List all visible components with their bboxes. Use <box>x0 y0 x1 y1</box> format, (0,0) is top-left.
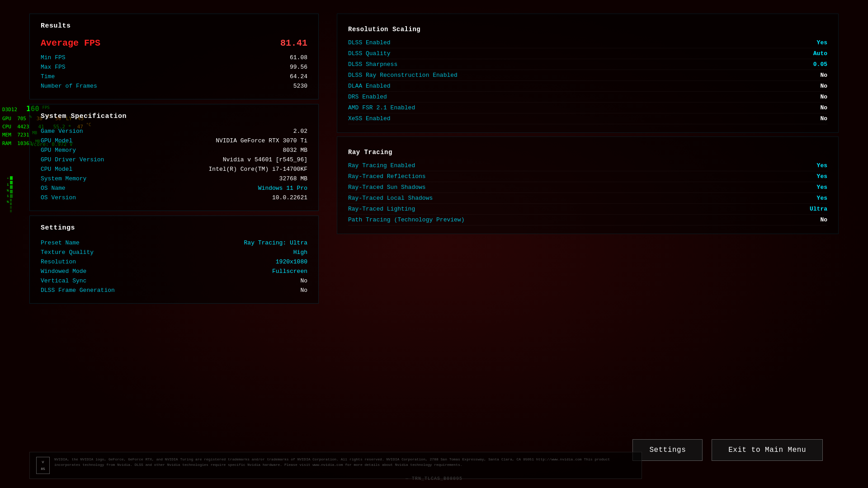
texture-label: Texture Quality <box>41 249 94 256</box>
rt-enabled-label: Ray Tracing Enabled <box>348 162 415 169</box>
xess-value: No <box>820 115 827 122</box>
resolution-value: 868x488 <box>276 258 307 265</box>
gpu-driver-label: GPU Driver Version <box>41 156 104 163</box>
os-version-value: 10.0.22621 <box>272 194 307 201</box>
sys-memory-value: 32768 MB <box>279 175 307 182</box>
dlss-rr-row: DLSS Ray Reconstruction Enabled No <box>348 70 827 81</box>
num-frames-label: Number of Frames <box>41 83 97 89</box>
vsync-label: Vertical Sync <box>41 277 86 284</box>
os-name-row: OS Name Windows 11 Pro <box>41 183 307 193</box>
bar-seg <box>10 194 13 198</box>
amd-fsr-row: AMD FSR 2.1 Enabled No <box>348 103 827 113</box>
bar-seg <box>10 181 13 184</box>
hud-ram-label: RAM <box>2 140 11 146</box>
rt-lighting-value: Ultra <box>810 206 827 212</box>
min-fps-label: Min FPS <box>41 54 66 61</box>
drs-row: DRS Enabled No <box>348 92 827 103</box>
watermark-text: — TRN_TLCAS_B08095 <box>406 476 462 481</box>
amd-fsr-value: No <box>820 104 827 111</box>
dlss-enabled-value: Yes <box>817 39 827 46</box>
dlaa-value: No <box>820 83 827 89</box>
dlss-fg-value: No <box>300 287 307 294</box>
path-tracing-value: No <box>820 216 827 223</box>
drs-label: DRS Enabled <box>348 94 387 100</box>
avg-fps-row: Average FPS 81.41 <box>41 36 307 50</box>
dlss-quality-value: Auto <box>813 50 827 57</box>
time-row: Time 64.24 <box>41 72 307 81</box>
os-version-row: OS Version 10.0.22621 <box>41 193 307 202</box>
sys-memory-label: System Memory <box>41 175 86 182</box>
results-title: Results <box>41 22 307 30</box>
hud-mem-val: 7231 <box>17 132 29 138</box>
bar-seg <box>10 202 12 205</box>
rt-sun-value: Yes <box>817 184 827 191</box>
time-label: Time <box>41 73 55 80</box>
gpu-memory-value: 8032 MB <box>283 147 307 154</box>
gpu-driver-value: Nvidia v 54601 [r545_96] <box>223 156 307 163</box>
max-fps-label: Max FPS <box>41 64 66 70</box>
game-version-row: Game Version 2.02 <box>41 127 307 136</box>
os-version-label: OS Version <box>41 194 76 201</box>
preset-row: Preset Name Ray Tracing: Ultra <box>41 238 307 248</box>
results-section: Results Average FPS 81.41 Min FPS 61.08 … <box>29 14 319 99</box>
bar-seg <box>10 206 12 209</box>
rt-reflections-label: Ray-Traced Reflections <box>348 173 426 180</box>
dlss-enabled-row: DLSS Enabled Yes <box>348 38 827 48</box>
hud-gpu-label: GPU <box>2 116 11 122</box>
system-section: System Specification Game Version 2.02 G… <box>29 104 319 211</box>
amd-fsr-label: AMD FSR 2.1 Enabled <box>348 104 415 111</box>
settings-button[interactable]: Settings <box>632 439 703 461</box>
xess-label: XeSS Enabled <box>348 115 391 122</box>
bar-seg <box>10 176 13 180</box>
settings-section: Settings Preset Name Ray Tracing: Ultra … <box>29 216 319 304</box>
vsync-value: No <box>300 277 307 284</box>
rt-local-value: Yes <box>817 195 827 202</box>
nvidia-logo-placeholder: V85 <box>36 457 50 474</box>
preset-label: Preset Name <box>41 239 80 246</box>
main-container: Results Average FPS 81.41 Min FPS 61.08 … <box>29 14 839 474</box>
path-tracing-row: Path Tracing (Technology Preview) No <box>348 215 827 225</box>
hud-cpu-label: CPU <box>2 124 11 130</box>
num-frames-row: Number of Frames 5230 <box>41 81 307 91</box>
rt-local-label: Ray-Traced Local Shadows <box>348 195 433 202</box>
ray-tracing-section: Ray Tracing Ray Tracing Enabled Yes Ray-… <box>337 136 839 234</box>
dlss-rr-value: No <box>820 72 827 79</box>
xess-row: XeSS Enabled No <box>348 113 827 124</box>
bottom-watermark: — TRN_TLCAS_B08095 <box>406 476 462 481</box>
gpu-memory-row: GPU Memory 8032 MB <box>41 145 307 155</box>
windowed-row: Windowed Mode Fullscreen <box>41 267 307 276</box>
game-version-label: Game Version <box>41 128 83 135</box>
gpu-model-label: GPU Model <box>41 137 72 144</box>
rt-lighting-row: Ray-Traced Lighting Ultra <box>348 204 827 215</box>
dlaa-label: DLAA Enabled <box>348 83 391 89</box>
dlss-sharpness-label: DLSS Sharpness <box>348 61 397 68</box>
system-title: System Specification <box>41 113 307 120</box>
cpu-model-row: CPU Model Intel(R) Core(TM) i7-14700KF <box>41 164 307 174</box>
side-bar-chart <box>10 176 13 221</box>
game-version-value: 2.02 <box>293 128 307 135</box>
windowed-label: Windowed Mode <box>41 268 86 275</box>
dlss-quality-label: DLSS Quality <box>348 50 391 57</box>
rt-reflections-value: Yes <box>817 173 827 180</box>
os-name-label: OS Name <box>41 185 66 192</box>
dlss-quality-row: DLSS Quality Auto <box>348 48 827 59</box>
bar-seg <box>10 210 12 212</box>
bottom-buttons: Settings Exit to Main Menu <box>632 439 823 461</box>
rt-enabled-value: Yes <box>817 162 827 169</box>
drs-value: No <box>820 94 827 100</box>
gpu-memory-label: GPU Memory <box>41 147 76 154</box>
sys-memory-row: System Memory 32768 MB <box>41 174 307 183</box>
preset-value: Ray Tracing: Ultra <box>244 239 307 246</box>
resolution-label: Resolution <box>41 258 76 265</box>
cpu-model-label: CPU Model <box>41 166 72 173</box>
rt-lighting-label: Ray-Traced Lighting <box>348 206 415 212</box>
dlss-fg-row: DLSS Frame Generation No <box>41 286 307 295</box>
avg-fps-label: Average FPS <box>41 38 100 48</box>
rt-local-row: Ray-Traced Local Shadows Yes <box>348 193 827 204</box>
bar-seg <box>10 199 12 202</box>
max-fps-value: 99.56 <box>290 64 307 70</box>
resolution-scaling-section: Resolution Scaling DLSS Enabled Yes DLSS… <box>337 14 839 133</box>
max-fps-row: Max FPS 99.56 <box>41 62 307 72</box>
exit-button[interactable]: Exit to Main Menu <box>712 439 823 461</box>
rt-sun-label: Ray-Traced Sun Shadows <box>348 184 426 191</box>
